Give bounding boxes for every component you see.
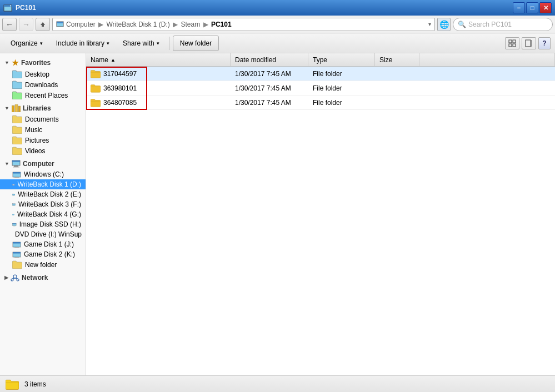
file-date-cell: 1/30/2017 7:45 AM <box>231 84 308 92</box>
name-sort-arrow: ▲ <box>111 57 116 63</box>
file-name-cell: 317044597 <box>86 69 231 78</box>
svg-rect-13 <box>15 104 18 112</box>
svg-rect-20 <box>13 172 21 174</box>
maximize-button[interactable]: □ <box>526 2 538 13</box>
favorites-header[interactable]: ▼ ★ Favorites <box>0 57 86 69</box>
include-dropdown-icon: ▾ <box>107 41 109 46</box>
include-in-library-button[interactable]: Include in library ▾ <box>50 36 116 51</box>
sidebar-item-writeback-e[interactable]: WriteBack Disk 2 (E:) <box>0 189 86 199</box>
svg-point-45 <box>13 275 17 278</box>
computer-header[interactable]: ▼ Computer <box>0 158 86 169</box>
sidebar-item-image-ssd-h[interactable]: Image Disk SSD (H:) <box>0 219 86 229</box>
favorites-collapse-icon: ▼ <box>4 60 9 66</box>
svg-rect-44 <box>14 257 19 258</box>
svg-rect-10 <box>526 40 531 47</box>
file-name-cell: 364807085 <box>86 98 231 107</box>
search-placeholder: Search PC101 <box>468 21 512 28</box>
sidebar-item-new-folder[interactable]: New folder <box>0 259 86 270</box>
sidebar-item-desktop[interactable]: Desktop <box>0 69 86 79</box>
computer-collapse-icon: ▼ <box>4 161 9 167</box>
sidebar-item-game-k[interactable]: Game Disk 2 (K:) <box>0 249 86 259</box>
libraries-collapse-icon: ▼ <box>4 105 9 111</box>
status-bar: 3 items <box>0 375 555 392</box>
svg-rect-18 <box>13 167 19 168</box>
sidebar-item-documents[interactable]: Documents <box>0 114 86 124</box>
view-toggle-button[interactable] <box>505 37 519 49</box>
svg-rect-12 <box>12 105 14 112</box>
window-controls: − □ ✕ <box>513 2 552 13</box>
search-box[interactable]: 🔍 Search PC101 <box>453 18 553 31</box>
svg-line-49 <box>15 278 18 279</box>
file-type-cell: File folder <box>308 99 375 107</box>
file-type-cell: File folder <box>308 70 375 78</box>
preview-pane-button[interactable] <box>522 37 536 49</box>
sidebar-item-downloads[interactable]: Downloads <box>0 79 86 90</box>
status-item-count: 3 items <box>24 380 46 388</box>
folder-icon <box>91 98 101 107</box>
file-date-cell: 1/30/2017 7:45 AM <box>231 70 308 78</box>
col-header-date[interactable]: Date modified <box>231 53 308 66</box>
svg-rect-17 <box>14 165 18 167</box>
network-header[interactable]: ▶ Network <box>0 272 86 283</box>
address-text: Computer ▶ WriteBack Disk 1 (D:) ▶ Steam… <box>66 21 232 28</box>
sidebar-item-writeback-f[interactable]: WriteBack Disk 3 (F:) <box>0 199 86 209</box>
computer-group: ▼ Computer Windows (C:) WriteBack Disk 1… <box>0 158 86 270</box>
svg-rect-35 <box>12 223 16 224</box>
address-bar: ← → Computer ▶ WriteBack Disk 1 (D:) ▶ S… <box>0 16 555 33</box>
window-title: PC101 <box>16 4 513 12</box>
status-folder-icon <box>6 378 19 391</box>
sidebar-item-videos[interactable]: Videos <box>0 145 86 156</box>
forward-button[interactable]: → <box>19 18 33 31</box>
sidebar-item-writeback-d[interactable]: WriteBack Disk 1 (D:) <box>0 179 86 189</box>
address-dropdown-arrow[interactable]: ▾ <box>428 21 431 27</box>
title-bar: PC101 − □ ✕ <box>0 0 555 16</box>
minimize-button[interactable]: − <box>513 2 525 13</box>
table-row[interactable]: 364807085 1/30/2017 7:45 AM File folder <box>86 96 555 110</box>
sidebar-item-windows-c[interactable]: Windows (C:) <box>0 169 86 179</box>
libraries-header[interactable]: ▼ Libraries <box>0 103 86 114</box>
share-with-button[interactable]: Share with ▾ <box>117 36 166 51</box>
sidebar-item-writeback-g[interactable]: WriteBack Disk 4 (G:) <box>0 209 86 219</box>
col-header-type[interactable]: Type <box>308 53 375 66</box>
col-header-size[interactable]: Size <box>375 53 419 66</box>
window-icon <box>3 3 12 12</box>
svg-rect-21 <box>14 177 19 178</box>
svg-rect-5 <box>57 22 63 23</box>
main-area: ▼ ★ Favorites Desktop Downloads Recent P… <box>0 53 555 375</box>
sidebar-item-music[interactable]: Music <box>0 124 86 135</box>
favorites-group: ▼ ★ Favorites Desktop Downloads Recent P… <box>0 57 86 100</box>
file-date-cell: 1/30/2017 7:45 AM <box>231 99 308 107</box>
sidebar: ▼ ★ Favorites Desktop Downloads Recent P… <box>0 53 86 375</box>
svg-point-46 <box>11 279 13 281</box>
svg-rect-29 <box>12 203 15 204</box>
toolbar: Organize ▾ Include in library ▾ Share wi… <box>0 33 555 53</box>
table-row[interactable]: 317044597 1/30/2017 7:45 AM File folder <box>86 67 555 81</box>
libraries-group: ▼ Libraries Documents Music Pictures Vid… <box>0 103 86 156</box>
toolbar-right: ? <box>505 37 551 49</box>
back-button[interactable]: ← <box>2 18 17 31</box>
svg-rect-40 <box>13 242 21 244</box>
sidebar-item-game-j[interactable]: Game Disk 1 (J:) <box>0 239 86 249</box>
organize-dropdown-icon: ▾ <box>40 41 43 46</box>
up-button[interactable] <box>36 18 50 31</box>
svg-rect-9 <box>513 44 516 47</box>
close-button[interactable]: ✕ <box>539 2 552 13</box>
svg-rect-36 <box>13 225 16 226</box>
address-go-button[interactable]: 🌐 <box>437 18 451 31</box>
sidebar-item-recent-places[interactable]: Recent Places <box>0 90 86 100</box>
svg-rect-3 <box>42 25 44 27</box>
col-header-name[interactable]: Name ▲ <box>86 53 231 66</box>
sidebar-item-pictures[interactable]: Pictures <box>0 135 86 145</box>
table-row[interactable]: 363980101 1/30/2017 7:45 AM File folder <box>86 81 555 96</box>
svg-rect-7 <box>513 40 516 43</box>
sidebar-item-dvd-i[interactable]: DVD Drive (I:) WinSup <box>0 229 86 239</box>
new-folder-button[interactable]: New folder <box>173 36 219 51</box>
svg-rect-26 <box>12 194 15 194</box>
col-header-rest <box>419 53 555 66</box>
address-field[interactable]: Computer ▶ WriteBack Disk 1 (D:) ▶ Steam… <box>52 18 435 31</box>
share-dropdown-icon: ▾ <box>157 41 159 46</box>
help-button[interactable]: ? <box>538 37 551 49</box>
file-type-cell: File folder <box>308 84 375 92</box>
svg-rect-41 <box>14 247 19 248</box>
organize-button[interactable]: Organize ▾ <box>4 36 49 51</box>
